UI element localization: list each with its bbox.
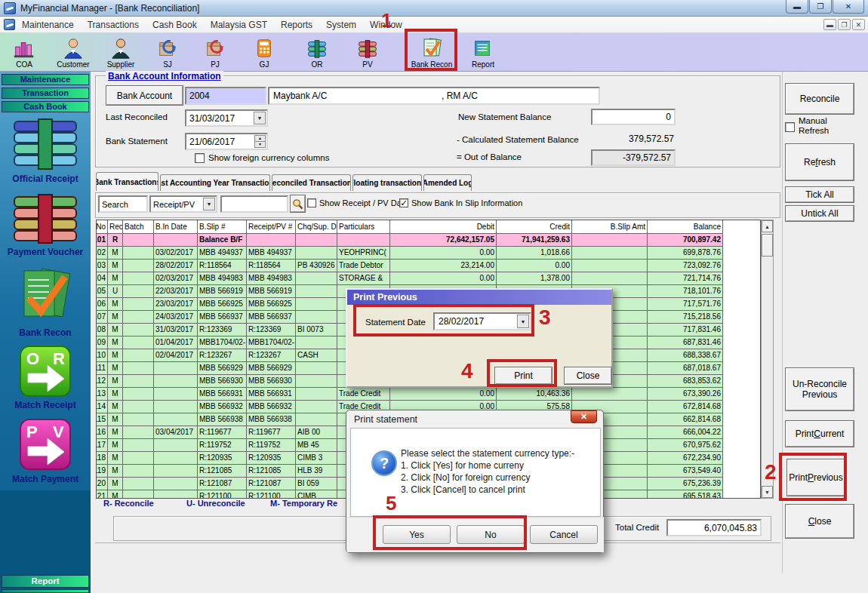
- table-row[interactable]: 104M02/03/2017MBB 494983MBB 494983STORAG…: [97, 272, 760, 285]
- search-filter-dropdown[interactable]: Receipt/PV ▼: [149, 195, 217, 213]
- table-row[interactable]: 101RBalance B/F72,642,157.0571,941,259.6…: [97, 234, 760, 247]
- table-cell: [123, 426, 154, 439]
- bank-statement-spinner[interactable]: 21/06/2017 ▲ ▼: [185, 133, 268, 150]
- sidebar-tab-transaction[interactable]: Transaction: [2, 88, 89, 99]
- last-reconciled-dropdown[interactable]: 31/03/2017 ▼: [185, 109, 268, 127]
- menu-malaysia-gst[interactable]: Malaysia GST: [204, 18, 274, 32]
- table-cell: [154, 375, 198, 388]
- table-header-cell[interactable]: Rec: [108, 220, 123, 234]
- toolbar-button-customer[interactable]: Customer: [49, 35, 97, 70]
- sidebar-tab-report[interactable]: Report: [2, 575, 89, 588]
- restore-button[interactable]: ❐: [809, 0, 832, 14]
- table-cell: MBB 566929: [247, 362, 296, 375]
- mdi-minimize-button[interactable]: ▬: [823, 19, 836, 30]
- print-current-button[interactable]: Print Current: [785, 420, 854, 447]
- tab-amended-log[interactable]: Amended Log: [423, 174, 472, 191]
- table-header-cell[interactable]: Particulars: [337, 220, 390, 234]
- search-input[interactable]: [220, 195, 288, 213]
- menu-maintenance[interactable]: Maintenance: [15, 18, 81, 32]
- sidebar-tab-partial[interactable]: [2, 589, 89, 593]
- table-cell: 718,101.76: [648, 285, 723, 298]
- toolbar-button-or[interactable]: OR: [293, 35, 341, 70]
- table-cell: MBB 566937: [198, 311, 247, 324]
- menu-system[interactable]: System: [319, 18, 363, 32]
- bank-account-code-field[interactable]: 2004: [185, 87, 266, 105]
- bank-account-button[interactable]: Bank Account: [106, 85, 183, 106]
- table-cell: [123, 336, 154, 349]
- mdi-close-button[interactable]: ✕: [852, 19, 865, 30]
- toolbar-button-pj[interactable]: PJ: [191, 35, 239, 70]
- table-row[interactable]: 103M28/02/2017R:118564R:118564PB 430926T…: [97, 260, 760, 272]
- toolbar-button-coa[interactable]: COA: [0, 35, 48, 70]
- show-bank-slip-checkbox[interactable]: ✓: [399, 198, 408, 207]
- toolbar-button-supplier[interactable]: Supplier: [97, 35, 145, 70]
- table-header-cell[interactable]: B.Slip Amt: [572, 220, 648, 234]
- scrollbar-thumb[interactable]: [762, 234, 773, 257]
- table-header-cell[interactable]: No: [97, 220, 108, 234]
- table-header-cell[interactable]: Balance: [648, 220, 723, 234]
- menu-transactions[interactable]: Transactions: [81, 18, 146, 32]
- table-cell: MBB 494937: [247, 247, 296, 260]
- table-row[interactable]: 113MMBB 566931MBB 566931Trade Credit0.00…: [97, 388, 760, 401]
- match-payment-icon[interactable]: PV: [19, 418, 72, 471]
- dialog-close-icon[interactable]: ✕: [571, 410, 597, 423]
- scroll-up-icon[interactable]: ▲: [762, 220, 773, 232]
- bank-recon-sidebar-icon[interactable]: [15, 265, 75, 325]
- show-receipt-pv-date-checkbox[interactable]: [307, 198, 316, 207]
- annotation-box-4: [487, 359, 557, 387]
- svg-text:P: P: [26, 422, 38, 441]
- total-credit-field: 6,070,045.83: [666, 519, 762, 536]
- tab-last-accounting-year[interactable]: Last Accounting Year Transactions: [160, 174, 270, 191]
- reconcile-button[interactable]: Reconcile: [785, 83, 854, 115]
- tab-reconciled-transactions[interactable]: Reconciled Transactions: [272, 174, 351, 191]
- table-header-cell[interactable]: Credit: [497, 220, 572, 234]
- refresh-button[interactable]: Refresh: [785, 143, 854, 181]
- toolbar-button-sj[interactable]: SJ: [143, 35, 192, 70]
- new-statement-balance-field[interactable]: 0: [591, 109, 676, 125]
- minimize-button[interactable]: ▬: [786, 0, 808, 14]
- table-header-cell[interactable]: B.Slip #: [198, 220, 247, 234]
- unreconcile-previous-button[interactable]: Un-Reconcile Previous: [785, 367, 854, 411]
- scroll-down-icon[interactable]: ▼: [762, 486, 773, 498]
- table-header-cell[interactable]: Debit: [390, 220, 497, 234]
- menu-cash-book[interactable]: Cash Book: [146, 18, 204, 32]
- mdi-restore-button[interactable]: ❐: [838, 19, 851, 30]
- table-header-cell[interactable]: Batch: [123, 220, 154, 234]
- table-cell: MBB 566919: [247, 285, 296, 298]
- print-previous-close-button[interactable]: Close: [564, 367, 612, 385]
- table-header-cell[interactable]: Chq/Sup. Do: [296, 220, 337, 234]
- table-scrollbar[interactable]: ▲ ▼: [761, 220, 774, 499]
- print-previous-dialog-title[interactable]: Print Previous: [347, 290, 611, 305]
- sidebar-item-match-receipt[interactable]: Match Receipt: [0, 400, 91, 410]
- sidebar-tab-cash-book[interactable]: Cash Book: [2, 101, 89, 112]
- payment-voucher-icon[interactable]: [11, 194, 79, 245]
- spin-down-icon[interactable]: ▼: [254, 141, 266, 148]
- sidebar-item-payment-voucher[interactable]: Payment Voucher: [0, 247, 91, 257]
- toolbar-button-pv[interactable]: PV: [343, 35, 392, 70]
- sidebar-tab-maintenance[interactable]: Maintenance: [2, 74, 89, 85]
- tick-all-button[interactable]: Tick All: [785, 186, 854, 203]
- menu-reports[interactable]: Reports: [274, 18, 319, 32]
- chevron-down-icon[interactable]: ▼: [254, 112, 266, 124]
- sidebar-item-match-payment[interactable]: Match Payment: [0, 474, 91, 484]
- manual-refresh-checkbox[interactable]: [785, 122, 795, 132]
- untick-all-button[interactable]: Untick All: [785, 205, 854, 222]
- match-receipt-icon[interactable]: OR: [19, 345, 72, 398]
- table-cell: 717,571.76: [648, 298, 723, 311]
- show-foreign-currency-checkbox[interactable]: [195, 153, 205, 163]
- table-header-cell[interactable]: Receipt/PV #: [247, 220, 296, 234]
- official-receipt-icon[interactable]: [11, 117, 79, 171]
- toolbar-button-report[interactable]: Report: [459, 35, 507, 70]
- sidebar-item-official-receipt[interactable]: Official Receipt: [0, 174, 91, 184]
- close-button[interactable]: ✕: [833, 0, 864, 14]
- toolbar-button-gj[interactable]: GJ: [240, 35, 288, 70]
- table-row[interactable]: 102M03/02/2017MBB 494937MBB 494937YEOHPR…: [97, 247, 760, 260]
- tab-bank-transactions[interactable]: Bank Transactions: [96, 172, 159, 191]
- search-button[interactable]: [290, 195, 306, 213]
- cancel-button[interactable]: Cancel: [530, 525, 598, 544]
- table-header-cell[interactable]: B.In Date: [154, 220, 198, 234]
- sidebar-item-bank-recon[interactable]: Bank Recon: [0, 327, 91, 338]
- close-form-button[interactable]: Close: [785, 504, 854, 539]
- chevron-down-icon[interactable]: ▼: [203, 198, 215, 210]
- tab-floating-transactions[interactable]: Floating transactions: [352, 174, 422, 191]
